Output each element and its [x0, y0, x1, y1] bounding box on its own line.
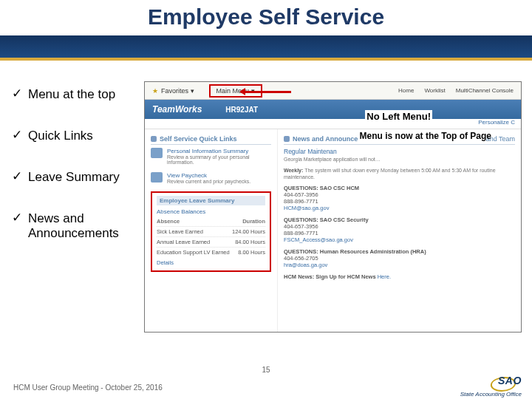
- slide-title: Employee Self Service: [0, 0, 532, 30]
- nav-home[interactable]: Home: [398, 87, 414, 94]
- check-icon: ✓: [12, 87, 22, 100]
- user-id: HR92JAT: [225, 106, 258, 114]
- check-icon: ✓: [12, 170, 22, 183]
- callout-menu-top: Menu is now at the Top of Page: [360, 131, 491, 141]
- bullet-list: ✓Menu at the top ✓Quick Links ✓Leave Sum…: [0, 74, 144, 369]
- star-icon: ★: [152, 87, 158, 95]
- leave-row: Sick Leave Earned124.00 Hours: [157, 226, 265, 236]
- check-icon: ✓: [12, 211, 22, 224]
- favorites-menu[interactable]: ★Favorites ▾: [152, 87, 194, 95]
- contact-block: QUESTIONS: Human Resources Administratio…: [284, 248, 515, 268]
- quick-links-header: Self Service Quick Links: [151, 134, 271, 145]
- callout-no-left-menu: No Left Menu!: [365, 110, 432, 123]
- nav-worklist[interactable]: Worklist: [424, 87, 445, 94]
- news-item-body: Weekly: The system will shut down every …: [284, 168, 515, 181]
- slide-number: 15: [262, 366, 270, 374]
- bullet-item: ✓News and Announcements: [12, 211, 140, 241]
- embedded-screenshot: ★Favorites ▾ Main Menu ▾ Home Worklist M…: [144, 81, 522, 332]
- leave-row: Annual Leave Earned84.00 Hours: [157, 236, 265, 247]
- quick-link-item[interactable]: View PaycheckReview current and prior pa…: [151, 172, 271, 184]
- absence-balances-label: Absence Balances: [157, 208, 265, 215]
- top-nav: ★Favorites ▾ Main Menu ▾ Home Worklist M…: [145, 82, 521, 100]
- news-item-body: Georgia Marketplace application will not…: [284, 157, 515, 163]
- brand-name: TeamWorks: [152, 104, 202, 115]
- check-icon: ✓: [12, 129, 22, 141]
- bullet-item: ✓Menu at the top: [12, 87, 140, 102]
- doc-icon: [151, 148, 163, 158]
- quick-link-item[interactable]: Personal Information SummaryReview a sum…: [151, 148, 271, 165]
- leave-summary-header: Employee Leave Summary: [157, 196, 265, 205]
- title-underline: [0, 58, 532, 61]
- doc-icon: [151, 172, 163, 183]
- details-link[interactable]: Details: [157, 259, 265, 266]
- news-item-title: Regular Maintenan: [284, 148, 515, 155]
- sao-logo-sub: State Accounting Office: [460, 391, 522, 398]
- hcm-news-line: HCM News: Sign Up for HCM News Here.: [284, 273, 515, 280]
- contact-block: QUESTIONS: SAO CSC Security 404-657-3956…: [284, 216, 515, 243]
- panel-icon: [284, 136, 290, 142]
- leave-summary-panel: Employee Leave Summary Absence Balances …: [151, 191, 271, 272]
- footer-text: HCM User Group Meeting - October 25, 201…: [13, 383, 163, 392]
- bullet-item: ✓Quick Links: [12, 129, 140, 143]
- bullet-item: ✓Leave Summary: [12, 170, 140, 185]
- contact-block: QUESTIONS: SAO CSC HCM 404-657-3956 888-…: [284, 185, 515, 211]
- title-band: [0, 35, 532, 58]
- brand-row: TeamWorks HR92JAT: [145, 100, 521, 119]
- nav-multichannel[interactable]: MultiChannel Console: [456, 87, 514, 94]
- callout-arrow: [241, 91, 291, 93]
- hcm-news-link[interactable]: Here.: [378, 273, 391, 280]
- panel-icon: [151, 136, 157, 142]
- personalize-link[interactable]: Personalize C: [145, 119, 521, 129]
- leave-row: Education Support LV Earned8.00 Hours: [157, 247, 265, 257]
